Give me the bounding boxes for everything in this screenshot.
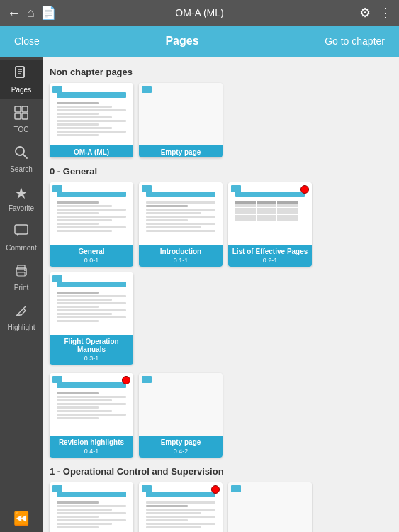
table-cell [277, 208, 298, 211]
svg-rect-5 [22, 106, 28, 112]
doc-line [57, 205, 113, 207]
page-thumb-general[interactable]: General 0.0-1 [50, 182, 133, 267]
doc-logo [231, 185, 241, 192]
doc-preview [54, 379, 129, 429]
page-thumb-preview-general [50, 182, 133, 245]
doc-line [57, 134, 99, 136]
page-thumb-supervision[interactable]: Supervision of operation by the O 1.1-1 [139, 482, 223, 532]
close-button[interactable]: Close [9, 33, 45, 50]
doc-line [57, 106, 113, 108]
doc-line [57, 512, 126, 514]
doc-line [146, 523, 215, 525]
doc-line [57, 523, 113, 525]
doc-header-bar [146, 492, 215, 497]
sidebar-item-comment[interactable]: Comment [0, 218, 43, 257]
rewind-icon: ⏪ [13, 511, 29, 526]
doc-icon[interactable]: 📄 [40, 5, 56, 21]
svg-rect-6 [15, 113, 21, 119]
doc-line [57, 123, 99, 126]
doc-line [146, 526, 202, 528]
sidebar-item-toc[interactable]: TOC [0, 99, 43, 139]
page-thumb-oma-ml[interactable]: OM-A (ML) [50, 83, 133, 157]
table-cell [235, 201, 256, 204]
page-thumb-empty-112[interactable]: Empty page 1.1-2 [228, 482, 312, 532]
svg-line-9 [23, 155, 28, 159]
doc-line [57, 102, 99, 104]
section-ops-header: 1 - Operational Control and Supervision [50, 466, 392, 477]
svg-rect-13 [18, 272, 25, 276]
doc-line [57, 410, 113, 412]
doc-logo [52, 485, 62, 492]
page-thumb-empty-0[interactable]: Empty page [139, 83, 223, 157]
page-thumb-revision[interactable]: Revision highlights 0.4-1 [50, 373, 133, 458]
page-sublabel-introduction: 0.1-1 [139, 257, 223, 267]
doc-preview [54, 89, 129, 139]
doc-logo [52, 86, 62, 93]
doc-line [57, 109, 126, 111]
page-thumb-list-effective[interactable]: List of Effective Pages 0.2-1 [228, 182, 312, 267]
table-cell [257, 201, 277, 204]
more-icon[interactable]: ⋮ [379, 5, 392, 21]
home-icon[interactable]: ⌂ [27, 6, 35, 21]
doc-line [57, 306, 99, 308]
doc-line [146, 216, 215, 218]
page-header-title: Pages [165, 35, 198, 48]
doc-line [57, 292, 99, 294]
sidebar-item-print[interactable]: Print [0, 257, 43, 297]
page-thumb-empty-042[interactable]: Empty page 0.4-2 [139, 373, 223, 458]
page-thumb-preview-list [228, 182, 312, 245]
content-area[interactable]: Non chapter pages [43, 57, 399, 532]
doc-line [57, 519, 126, 521]
doc-header-bar [146, 192, 215, 197]
section-general-header: 0 - General [50, 166, 392, 177]
doc-line [146, 212, 202, 214]
page-header: Close Pages Go to chapter [0, 26, 399, 57]
table-cell [235, 211, 256, 214]
sidebar-item-pages[interactable]: Pages [0, 60, 43, 99]
sidebar-item-search[interactable]: Search [0, 139, 43, 179]
doc-line [57, 392, 99, 394]
doc-line [146, 205, 188, 207]
page-thumb-preview-introduction [139, 182, 223, 245]
doc-logo [52, 275, 62, 282]
table-cell [257, 204, 277, 207]
doc-line [57, 316, 126, 318]
doc-line [146, 501, 215, 504]
settings-icon[interactable]: ⚙ [359, 5, 371, 21]
search-icon [13, 145, 29, 164]
page-label-flight-ops: Flight Operation Manuals [50, 335, 133, 355]
doc-logo [231, 485, 241, 492]
app-header-right: ⚙ ⋮ [359, 5, 392, 21]
page-sublabel-revision: 0.4-1 [50, 448, 133, 458]
sidebar-label-search: Search [10, 165, 33, 173]
page-thumb-preview [50, 83, 133, 145]
sidebar-item-rewind[interactable]: ⏪ [0, 505, 43, 532]
doc-line [146, 209, 215, 211]
sidebar-item-favorite[interactable]: ★ Favorite [0, 179, 43, 218]
page-sublabel-empty-042: 0.4-2 [139, 448, 223, 458]
page-label-empty-0: Empty page [139, 145, 223, 157]
doc-header-bar [235, 192, 305, 197]
doc-line [146, 509, 215, 511]
page-thumb-flight-ops[interactable]: Flight Operation Manuals 0.3-1 [50, 272, 133, 365]
toc-icon [13, 105, 29, 124]
table-cell [257, 208, 277, 211]
go-to-chapter-button[interactable]: Go to chapter [319, 33, 390, 50]
app-header: ← ⌂ 📄 OM-A (ML) ⚙ ⋮ [0, 0, 399, 26]
doc-line [57, 120, 126, 122]
page-thumb-op-control[interactable]: Operational Control and Super 1.0-1 [50, 482, 133, 532]
sidebar-label-toc: TOC [14, 126, 29, 133]
page-label-general: General [50, 245, 133, 257]
non-chapter-grid: OM-A (ML) Empty page [50, 83, 392, 157]
sidebar-item-highlight[interactable]: Highlight [0, 297, 43, 337]
back-icon[interactable]: ← [7, 5, 21, 21]
doc-preview [54, 189, 129, 238]
svg-rect-10 [15, 225, 28, 234]
page-thumb-preview-supervision [139, 482, 223, 532]
page-thumb-introduction[interactable]: Introduction 0.1-1 [139, 182, 223, 267]
doc-table [235, 201, 298, 221]
doc-line [57, 216, 126, 218]
doc-line [57, 116, 113, 118]
doc-line [57, 127, 113, 129]
page-label-list-effective: List of Effective Pages [228, 245, 312, 257]
